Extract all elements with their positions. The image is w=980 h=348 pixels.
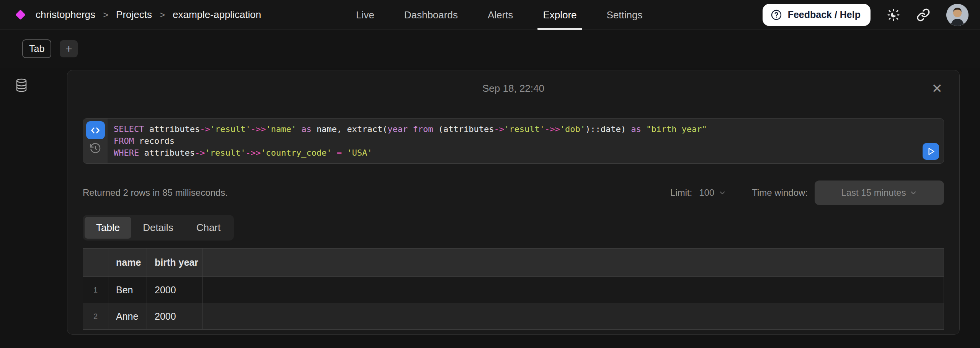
sql-code-line: WHERE attributes->'result'->>'country_co…	[114, 147, 944, 159]
limit-dropdown[interactable]: 100	[699, 187, 727, 198]
breadcrumb-separator: >	[158, 10, 167, 20]
limit-label: Limit:	[670, 187, 692, 198]
navbar-right-controls: Feedback / Help	[763, 4, 969, 26]
query-options: Limit: 100 Time window: Last 15 minutes	[670, 181, 944, 205]
sql-code-line: SELECT attributes->'result'->>'name' as …	[114, 123, 944, 135]
table-cell: Ben	[108, 277, 147, 303]
results-table: namebirth year 1Ben20002Anne2000	[83, 248, 944, 330]
card-header: Sep 18, 22:40	[83, 70, 944, 94]
row-number-cell: 2	[83, 303, 108, 330]
editor-gutter	[83, 119, 108, 163]
breadcrumb-item[interactable]: example-application	[173, 9, 261, 21]
view-tab-table[interactable]: Table	[85, 217, 131, 239]
breadcrumb-item[interactable]: christophergs	[36, 9, 95, 21]
share-link-button[interactable]	[916, 8, 930, 22]
query-tabs-bar: Tab +	[0, 30, 980, 68]
table-cell: 2000	[147, 303, 203, 330]
database-icon[interactable]	[15, 78, 28, 93]
question-circle-icon	[770, 9, 782, 21]
history-icon	[89, 142, 101, 154]
main-area: Sep 18, 22:40 ✕	[0, 68, 980, 348]
sql-editor: SELECT attributes->'result'->>'name' as …	[83, 118, 944, 164]
nav-link-dashboards[interactable]: Dashboards	[404, 0, 458, 30]
theme-toggle-button[interactable]	[887, 8, 900, 22]
table-row[interactable]: 1Ben2000	[83, 277, 944, 303]
table-cell: Anne	[108, 303, 147, 330]
query-history-button[interactable]	[89, 142, 101, 154]
breadcrumb: christophergs>Projects>example-applicati…	[17, 9, 261, 21]
main-nav: LiveDashboardsAlertsExploreSettings	[356, 0, 642, 30]
breadcrumb-item[interactable]: Projects	[116, 9, 152, 21]
tab-chip[interactable]: Tab	[22, 39, 51, 58]
query-result-card: Sep 18, 22:40 ✕	[67, 70, 960, 335]
feedback-help-label: Feedback / Help	[788, 9, 861, 20]
result-view-tabs: TableDetailsChart	[83, 215, 234, 241]
breadcrumb-separator: >	[101, 10, 110, 20]
close-icon[interactable]: ✕	[932, 82, 943, 95]
filler-cell	[203, 277, 944, 303]
code-brackets-icon	[90, 125, 101, 136]
nav-link-alerts[interactable]: Alerts	[488, 0, 513, 30]
row-number-cell: 1	[83, 277, 108, 303]
filler-cell	[203, 303, 944, 330]
code-mode-button[interactable]	[86, 121, 105, 139]
avatar[interactable]	[946, 4, 969, 26]
result-meta-row: Returned 2 rows in 85 milliseconds. Limi…	[83, 181, 944, 205]
table-header-row: namebirth year	[83, 249, 944, 277]
run-query-button[interactable]	[923, 143, 939, 160]
feedback-help-button[interactable]: Feedback / Help	[763, 4, 871, 26]
view-tab-details[interactable]: Details	[131, 217, 185, 239]
nav-link-live[interactable]: Live	[356, 0, 374, 30]
play-icon	[926, 146, 936, 156]
top-navbar: christophergs>Projects>example-applicati…	[0, 0, 980, 30]
add-tab-button[interactable]: +	[60, 40, 78, 57]
chevron-down-icon	[718, 189, 727, 197]
nav-link-settings[interactable]: Settings	[607, 0, 643, 30]
query-timestamp: Sep 18, 22:40	[482, 83, 544, 94]
limit-value: 100	[699, 187, 714, 198]
view-tab-chart[interactable]: Chart	[185, 217, 232, 239]
sql-code-line: FROM records	[114, 135, 944, 147]
column-header: name	[108, 249, 147, 277]
link-icon	[916, 8, 930, 22]
nav-link-explore[interactable]: Explore	[543, 0, 577, 30]
logo-diamond-icon	[15, 10, 26, 20]
row-number-header	[83, 249, 108, 277]
app-root: christophergs>Projects>example-applicati…	[0, 0, 980, 348]
sql-query-input[interactable]: SELECT attributes->'result'->>'name' as …	[108, 119, 944, 163]
filler-header	[203, 249, 944, 277]
time-window-dropdown[interactable]: Last 15 minutes	[815, 181, 944, 205]
sun-moon-icon	[887, 8, 900, 22]
time-window-label: Time window:	[752, 187, 808, 198]
table-row[interactable]: 2Anne2000	[83, 303, 944, 330]
table-cell: 2000	[147, 277, 203, 303]
chevron-down-icon	[909, 189, 918, 197]
content-area: Sep 18, 22:40 ✕	[43, 68, 980, 348]
time-window-value: Last 15 minutes	[841, 187, 906, 198]
left-sidebar	[0, 68, 43, 348]
column-header: birth year	[147, 249, 203, 277]
result-summary: Returned 2 rows in 85 milliseconds.	[83, 187, 228, 198]
